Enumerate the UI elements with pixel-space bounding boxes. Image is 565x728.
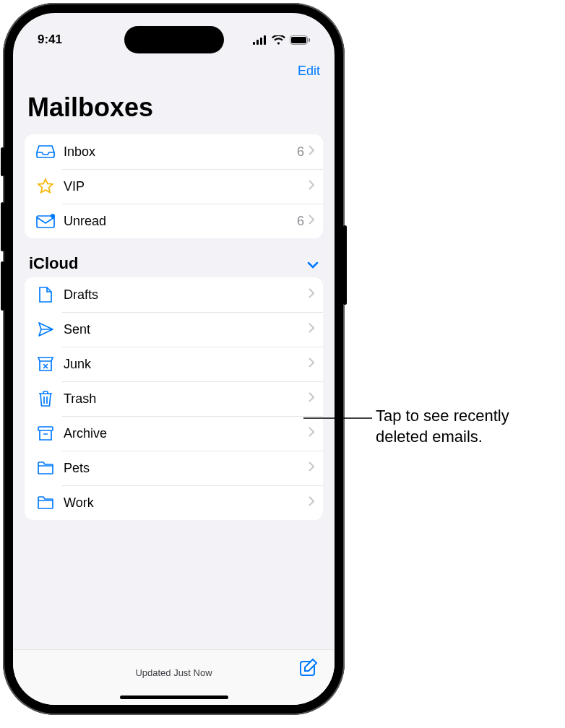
row-label: Junk <box>64 357 309 372</box>
row-label: Unread <box>64 214 297 229</box>
row-label: Work <box>64 495 309 511</box>
mailbox-row-archive[interactable]: Archive <box>25 416 323 451</box>
chevron-right-icon <box>309 392 314 405</box>
screen: 9:41 Edit Mailboxes Inbox 6 <box>13 13 335 705</box>
svg-rect-1 <box>256 40 259 45</box>
home-indicator <box>120 696 228 699</box>
svg-rect-3 <box>264 35 266 45</box>
dynamic-island <box>124 26 224 53</box>
mailbox-row-inbox[interactable]: Inbox 6 <box>25 134 323 169</box>
cellular-icon <box>253 35 267 45</box>
volume-down-button <box>1 261 4 311</box>
wifi-icon <box>272 35 285 45</box>
svg-point-8 <box>51 214 55 218</box>
battery-icon <box>290 35 310 45</box>
side-button <box>343 225 347 305</box>
row-label: Archive <box>64 426 309 441</box>
sync-status: Updated Just Now <box>135 667 212 678</box>
chevron-right-icon <box>309 427 314 440</box>
chevron-right-icon <box>309 180 314 193</box>
svg-rect-5 <box>291 37 306 43</box>
volume-up-button <box>1 202 4 251</box>
row-label: VIP <box>64 179 304 194</box>
junk-icon <box>35 356 56 372</box>
inbox-icon <box>35 144 56 159</box>
mailbox-row-folder[interactable]: Pets <box>25 451 323 485</box>
drafts-icon <box>35 286 56 303</box>
toolbar-bottom: Updated Just Now <box>13 649 335 705</box>
row-count: 6 <box>297 214 304 229</box>
callout-text: Tap to see recently deleted emails. <box>376 406 556 447</box>
sent-icon <box>35 321 56 338</box>
trash-icon <box>35 390 56 407</box>
vip-icon <box>35 178 56 195</box>
chevron-down-icon <box>307 254 319 273</box>
mailbox-row-junk[interactable]: Junk <box>25 347 323 381</box>
svg-rect-0 <box>253 42 255 45</box>
chevron-right-icon <box>309 462 314 474</box>
mailbox-row-trash[interactable]: Trash <box>25 381 323 416</box>
archive-icon <box>35 425 56 441</box>
svg-rect-2 <box>260 38 262 45</box>
row-label: Inbox <box>64 144 297 160</box>
row-label: Pets <box>64 461 309 476</box>
row-label: Trash <box>64 391 309 407</box>
mailbox-row-vip[interactable]: VIP <box>25 169 323 204</box>
silence-switch <box>1 147 4 176</box>
edit-button[interactable]: Edit <box>298 64 320 79</box>
section-title: iCloud <box>29 254 78 273</box>
mailbox-list: Inbox 6 VIP Unread <box>13 127 335 660</box>
row-count: 6 <box>297 144 304 160</box>
icloud-group: Drafts Sent Junk <box>25 277 323 520</box>
compose-button[interactable] <box>298 657 319 680</box>
folder-icon <box>35 495 56 510</box>
chevron-right-icon <box>309 214 314 228</box>
unread-icon <box>35 214 56 228</box>
navigation-bar: Edit <box>13 55 335 87</box>
status-indicators <box>253 35 310 45</box>
chevron-right-icon <box>309 323 314 336</box>
page-title: Mailboxes <box>13 87 335 126</box>
chevron-right-icon <box>309 358 314 370</box>
iphone-frame: 9:41 Edit Mailboxes Inbox 6 <box>3 3 345 715</box>
folder-icon <box>35 461 56 475</box>
favorites-group: Inbox 6 VIP Unread <box>25 134 323 238</box>
mailbox-row-folder[interactable]: Work <box>25 485 323 520</box>
mailbox-row-unread[interactable]: Unread 6 <box>25 204 323 238</box>
svg-rect-6 <box>309 38 310 42</box>
section-header-icloud[interactable]: iCloud <box>25 254 323 277</box>
chevron-right-icon <box>309 145 314 158</box>
row-label: Drafts <box>64 287 309 303</box>
svg-rect-9 <box>38 427 53 430</box>
mailbox-row-sent[interactable]: Sent <box>25 312 323 347</box>
mailbox-row-drafts[interactable]: Drafts <box>25 277 323 312</box>
chevron-right-icon <box>309 496 314 509</box>
row-label: Sent <box>64 322 309 337</box>
status-time: 9:41 <box>38 32 62 47</box>
chevron-right-icon <box>309 288 314 301</box>
